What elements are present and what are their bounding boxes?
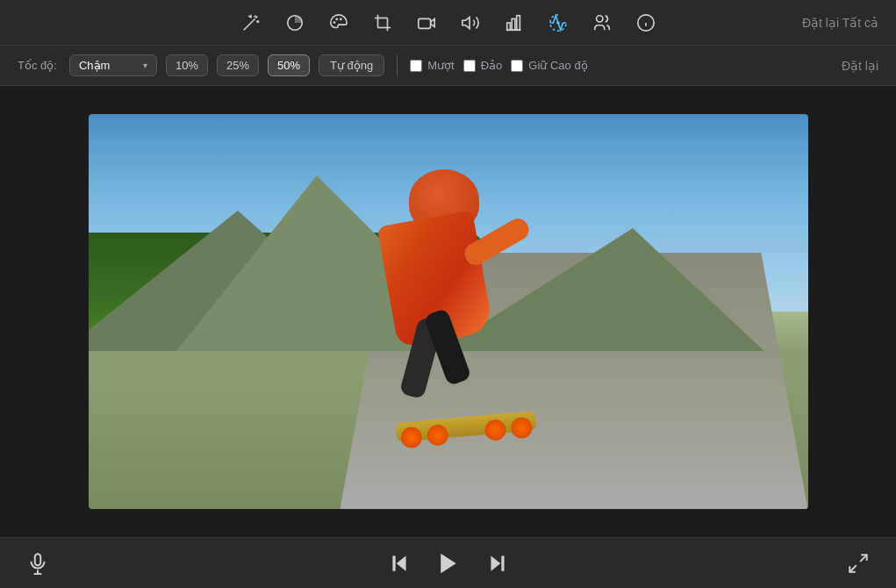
svg-point-10 <box>335 18 338 20</box>
playback-left <box>26 552 49 575</box>
svg-rect-16 <box>418 18 430 28</box>
svg-point-23 <box>596 15 602 21</box>
reverse-checkbox[interactable] <box>463 60 476 72</box>
reset-all-button[interactable]: Đặt lại Tất cả <box>802 16 878 30</box>
speed-reset-button[interactable]: Đặt lại <box>842 59 878 73</box>
speed-25-button[interactable]: 25% <box>217 54 259 76</box>
chart-icon[interactable] <box>502 11 527 35</box>
svg-line-36 <box>849 565 857 572</box>
color-wheel-icon[interactable] <box>283 11 307 35</box>
info-icon[interactable] <box>634 11 658 35</box>
hold-pitch-checkbox-item[interactable]: Giữ Cao độ <box>511 59 587 72</box>
svg-point-11 <box>339 18 341 20</box>
wheel-1 <box>399 426 422 448</box>
playback-right <box>847 552 870 575</box>
wheel-4 <box>510 416 533 439</box>
speed-icon[interactable] <box>546 11 570 35</box>
smooth-checkbox[interactable] <box>410 60 422 72</box>
magic-wand-icon[interactable] <box>239 11 263 35</box>
speed-auto-button[interactable]: Tự động <box>319 54 384 76</box>
wheel-2 <box>426 423 448 446</box>
playback-center <box>388 550 509 577</box>
svg-rect-34 <box>501 556 504 570</box>
play-button[interactable] <box>435 550 462 577</box>
svg-line-7 <box>253 18 254 20</box>
svg-line-35 <box>860 555 867 562</box>
skip-back-button[interactable] <box>388 552 411 575</box>
crop-icon[interactable] <box>370 11 395 35</box>
speed-label: Tốc độ: <box>18 59 57 72</box>
video-area <box>0 86 896 537</box>
chevron-down-icon: ▾ <box>143 61 147 70</box>
skater-figure <box>361 169 536 450</box>
playback-bar <box>0 537 896 588</box>
svg-marker-30 <box>396 556 405 570</box>
speed-toolbar: Tốc độ: Chậm ▾ 10% 25% 50% Tự động Mượt … <box>0 46 896 86</box>
svg-point-9 <box>333 21 335 24</box>
speed-50-button[interactable]: 50% <box>268 54 310 76</box>
svg-marker-32 <box>441 553 456 573</box>
svg-line-2 <box>254 15 255 17</box>
hold-pitch-label: Giữ Cao độ <box>528 59 587 72</box>
svg-line-5 <box>255 16 257 18</box>
fullscreen-button[interactable] <box>847 552 870 575</box>
people-icon[interactable] <box>590 11 614 35</box>
camera-icon[interactable] <box>414 11 439 35</box>
svg-rect-19 <box>512 18 515 30</box>
speed-10-button[interactable]: 10% <box>166 54 208 76</box>
reverse-checkbox-item[interactable]: Đảo <box>463 59 503 72</box>
video-frame[interactable] <box>89 114 808 509</box>
svg-line-0 <box>243 20 253 30</box>
speed-dropdown-value: Chậm <box>79 59 110 72</box>
svg-rect-20 <box>516 15 520 30</box>
toolbar-icons <box>239 11 658 35</box>
video-preview <box>89 114 808 509</box>
svg-marker-33 <box>491 556 500 570</box>
svg-line-1 <box>248 15 250 17</box>
audio-icon[interactable] <box>458 11 483 35</box>
svg-rect-31 <box>392 556 395 570</box>
palette-icon[interactable] <box>326 11 351 35</box>
microphone-button[interactable] <box>26 552 49 575</box>
hold-pitch-checkbox[interactable] <box>511 60 523 72</box>
speed-dropdown[interactable]: Chậm ▾ <box>69 54 157 76</box>
separator <box>397 55 398 76</box>
top-toolbar: Đặt lại Tất cả <box>0 0 896 46</box>
reverse-label: Đảo <box>481 59 503 72</box>
skateboard <box>395 411 536 442</box>
wheel-3 <box>484 419 506 441</box>
smooth-checkbox-item[interactable]: Mượt <box>410 59 454 72</box>
svg-rect-27 <box>35 554 41 565</box>
svg-point-22 <box>556 21 560 25</box>
svg-marker-17 <box>462 17 469 28</box>
svg-rect-18 <box>506 23 510 30</box>
skip-forward-button[interactable] <box>486 552 509 575</box>
smooth-label: Mượt <box>427 59 454 72</box>
